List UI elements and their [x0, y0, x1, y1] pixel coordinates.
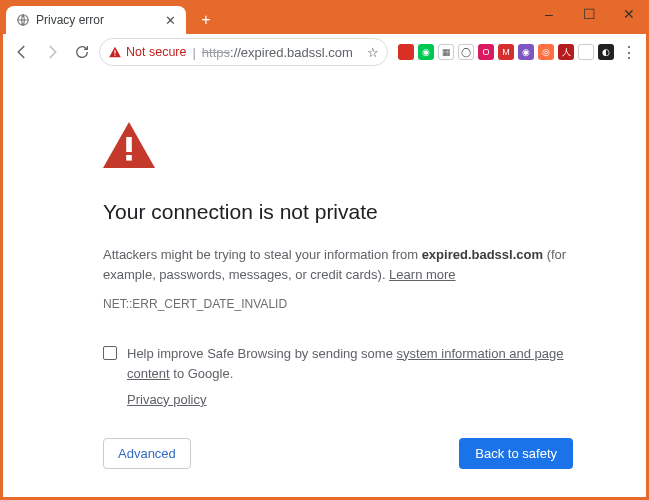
extension-icon[interactable]: ◉	[518, 44, 534, 60]
svg-rect-3	[126, 137, 132, 152]
svg-rect-4	[126, 155, 132, 161]
window-maximize-button[interactable]: ☐	[569, 0, 609, 28]
svg-rect-1	[114, 50, 115, 54]
ssl-error-page: Your connection is not private Attackers…	[103, 122, 583, 469]
tab-close-button[interactable]: ✕	[165, 13, 176, 28]
extension-icon[interactable]: 人	[558, 44, 574, 60]
extension-icon[interactable]: ◯	[458, 44, 474, 60]
extension-icon[interactable]: ◎	[538, 44, 554, 60]
tab-strip: Privacy error ✕ +	[6, 6, 218, 34]
page-viewport: Your connection is not private Attackers…	[3, 70, 646, 497]
warning-triangle-icon	[103, 122, 583, 174]
browser-menu-button[interactable]: ⋮	[618, 43, 640, 62]
browser-toolbar: Not secure | https://expired.badssl.com …	[3, 34, 646, 70]
window-minimize-button[interactable]: –	[529, 0, 569, 28]
svg-rect-2	[114, 55, 115, 56]
optin-text: Help improve Safe Browsing by sending so…	[127, 344, 583, 410]
learn-more-link[interactable]: Learn more	[389, 267, 455, 282]
tab-active[interactable]: Privacy error ✕	[6, 6, 186, 34]
extension-icon[interactable]: O	[478, 44, 494, 60]
extension-icons: ◉▦◯OM◉◎人◐	[398, 44, 614, 60]
tab-title: Privacy error	[36, 13, 104, 27]
extension-icon[interactable]: ▦	[438, 44, 454, 60]
button-row: Advanced Back to safety	[103, 438, 573, 469]
error-domain: expired.badssl.com	[422, 247, 543, 262]
bookmark-star-icon[interactable]: ☆	[367, 45, 379, 60]
security-indicator[interactable]: Not secure	[108, 45, 186, 59]
error-heading: Your connection is not private	[103, 196, 583, 229]
window-controls: – ☐ ✕	[529, 0, 649, 28]
back-to-safety-button[interactable]: Back to safety	[459, 438, 573, 469]
window-close-button[interactable]: ✕	[609, 0, 649, 28]
globe-icon	[16, 13, 30, 27]
extension-icon[interactable]: ◉	[418, 44, 434, 60]
address-bar[interactable]: Not secure | https://expired.badssl.com …	[99, 38, 388, 66]
new-tab-button[interactable]: +	[194, 8, 218, 32]
url-text: https://expired.badssl.com	[202, 45, 353, 60]
error-description: Attackers might be trying to steal your …	[103, 245, 583, 285]
url-scheme: https	[202, 45, 230, 60]
extension-icon[interactable]	[398, 44, 414, 60]
url-host: ://expired.badssl.com	[230, 45, 353, 60]
reload-button[interactable]	[69, 39, 95, 65]
optin-checkbox[interactable]	[103, 346, 117, 360]
error-code: NET::ERR_CERT_DATE_INVALID	[103, 295, 583, 314]
forward-button[interactable]	[39, 39, 65, 65]
safe-browsing-optin: Help improve Safe Browsing by sending so…	[103, 344, 583, 410]
extension-icon[interactable]: M	[498, 44, 514, 60]
extension-icon[interactable]: ◐	[598, 44, 614, 60]
privacy-policy-link[interactable]: Privacy policy	[127, 390, 206, 410]
advanced-button[interactable]: Advanced	[103, 438, 191, 469]
back-button[interactable]	[9, 39, 35, 65]
separator: |	[192, 45, 195, 60]
warning-triangle-icon	[108, 45, 122, 59]
extension-icon[interactable]	[578, 44, 594, 60]
not-secure-label: Not secure	[126, 45, 186, 59]
